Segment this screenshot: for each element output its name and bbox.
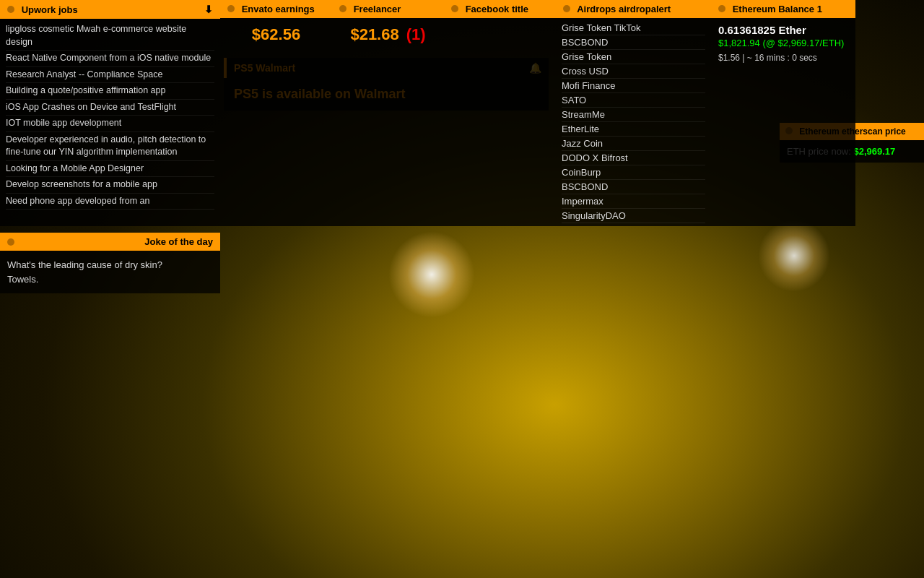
joke-header: Joke of the day [0, 233, 220, 251]
eth-time-value: $1.56 | ~ 16 mins : 0 secs [718, 53, 848, 63]
airdrops-dot [563, 5, 570, 12]
joke-dot [7, 238, 14, 246]
joke-panel: Joke of the day What's the leading cause… [0, 233, 220, 293]
top-panels-row: Upwork jobs ⬇ lipgloss cosmetic Mwah e-c… [0, 0, 924, 226]
upwork-list-item[interactable]: Developer experienced in audio, pitch de… [6, 132, 214, 161]
envato-panel: Envato earnings $62.56 [220, 0, 332, 226]
airdrops-list-item[interactable]: Grise Token [562, 50, 705, 64]
envato-header: Envato earnings [220, 0, 332, 18]
airdrops-list-item[interactable]: BSCBOND [562, 35, 705, 50]
envato-dot [227, 5, 235, 12]
facebook-content [444, 18, 556, 47]
upwork-list-item[interactable]: Need phone app developed from an [6, 194, 214, 210]
upwork-dot [7, 6, 14, 13]
facebook-panel: Facebook title [444, 0, 556, 226]
upwork-list-item[interactable]: Research Analyst -- Compliance Space [6, 67, 214, 84]
airdrops-list-item[interactable]: Impermax [562, 194, 705, 209]
airdrops-list-item[interactable]: BSCBOND [562, 180, 705, 194]
joke-content: What's the leading cause of dry skin? To… [0, 251, 220, 293]
envato-title: Envato earnings [242, 4, 315, 14]
upwork-list-item[interactable]: iOS App Crashes on Device and TestFlight [6, 100, 214, 116]
airdrops-list-item[interactable]: StreamMe [562, 108, 705, 122]
upwork-list-item[interactable]: IOT mobile app development [6, 116, 214, 132]
upwork-list-item[interactable]: Develop screenshots for a mobile app [6, 177, 214, 194]
eth-usd-value: $1,821.94 (@ $2,969.17/ETH) [718, 38, 848, 48]
joke-question: What's the leading cause of dry skin? [7, 258, 213, 272]
eth-balance-title: Ethereum Balance 1 [733, 4, 822, 14]
airdrops-list-item[interactable]: SingularityDAO [562, 209, 705, 223]
airdrops-list-item[interactable]: EtherLite [562, 122, 705, 137]
freelancer-dot [339, 5, 346, 12]
freelancer-panel: Freelancer $21.68 (1) [332, 0, 444, 226]
upwork-list-item[interactable]: React Native Component from a iOS native… [6, 51, 214, 67]
ethereum-balance-panel: Ethereum Balance 1 0.61361825 Ether $1,8… [711, 0, 855, 226]
airdrops-header: Airdrops airdropalert [556, 0, 711, 18]
joke-answer: Towels. [7, 272, 213, 287]
upwork-list-item[interactable]: Building a quote/positive affirmation ap… [6, 83, 214, 100]
airdrops-title: Airdrops airdropalert [577, 4, 671, 14]
airdrops-list-item[interactable]: CoinBurp [562, 165, 705, 180]
freelancer-content: $21.68 (1) [332, 18, 444, 51]
upwork-title: Upwork jobs [22, 4, 78, 15]
ethereum-balance-content: 0.61361825 Ether $1,821.94 (@ $2,969.17/… [711, 18, 855, 69]
freelancer-amount: $21.68 [350, 25, 398, 44]
eth-dot [718, 5, 725, 12]
facebook-dot [451, 5, 458, 12]
ethereum-balance-header: Ethereum Balance 1 [711, 0, 855, 18]
upwork-icon: ⬇ [204, 4, 213, 15]
upwork-panel: Upwork jobs ⬇ lipgloss cosmetic Mwah e-c… [0, 0, 220, 226]
joke-title: Joke of the day [144, 236, 213, 247]
upwork-list-item[interactable]: Looking for a Mobile App Designer [6, 161, 214, 178]
airdrops-list-item[interactable]: Jazz Coin [562, 137, 705, 151]
airdrops-list-item[interactable]: Grise Token TikTok [562, 21, 705, 35]
airdrops-list-item[interactable]: DODO X Bifrost [562, 151, 705, 165]
envato-amount: $62.56 [227, 25, 325, 44]
airdrops-content: Grise Token TikTokBSCBONDGrise TokenCros… [556, 18, 711, 226]
upwork-content: lipgloss cosmetic Mwah e-commerce websit… [0, 19, 220, 212]
airdrops-list-item[interactable]: Mofi Finance [562, 79, 705, 93]
facebook-header: Facebook title [444, 0, 556, 18]
facebook-title: Facebook title [466, 4, 528, 14]
airdrops-list-item[interactable]: SATO [562, 93, 705, 108]
upwork-header: Upwork jobs ⬇ [0, 0, 220, 19]
freelancer-notification: (1) [406, 25, 426, 44]
freelancer-header: Freelancer [332, 0, 444, 18]
envato-content: $62.56 [220, 18, 332, 51]
eth-balance-value: 0.61361825 Ether [718, 24, 848, 36]
freelancer-title: Freelancer [354, 4, 401, 14]
airdrops-list-item[interactable]: Cross USD [562, 64, 705, 79]
upwork-list-item[interactable]: lipgloss cosmetic Mwah e-commerce websit… [6, 22, 214, 51]
airdrops-panel: Airdrops airdropalert Grise Token TikTok… [556, 0, 711, 226]
